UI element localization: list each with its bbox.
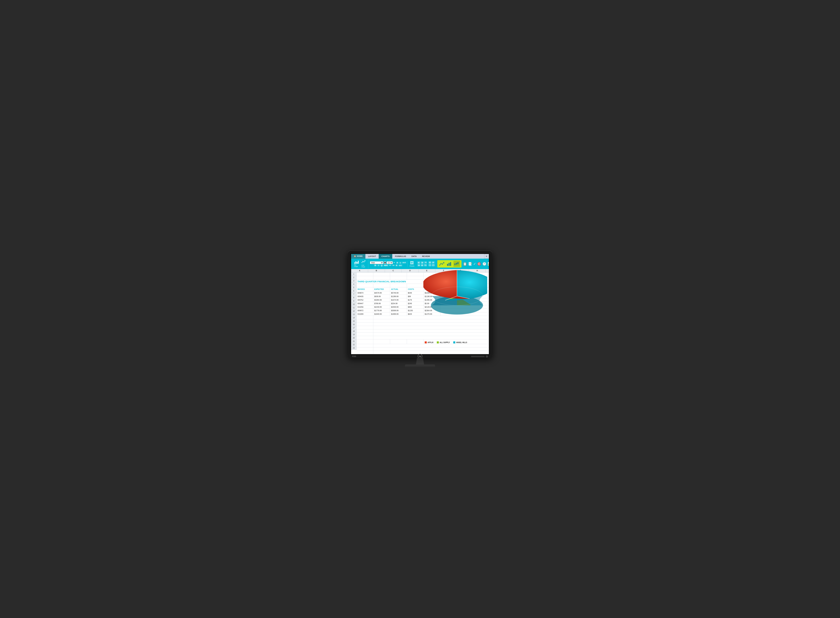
target-icon[interactable]: 🎯 [477,262,481,266]
cell-c1[interactable] [390,273,407,276]
cell-invoice-9[interactable]: 009447 [356,302,373,305]
col-header-a[interactable]: A [351,269,368,272]
wrap-btn-2[interactable] [432,261,435,264]
font-a-small[interactable]: a [399,261,402,264]
indent-btn-1[interactable] [417,264,420,266]
row-num-5[interactable]: 5 [351,286,356,290]
cell-expected-10[interactable]: $2249.99 [373,305,390,309]
cell-a22[interactable] [356,348,373,351]
col-header-d[interactable]: D [402,269,419,272]
cell-d20[interactable] [407,339,424,344]
cell-expected-6[interactable]: $4579.99 [373,291,390,294]
row-num-18[interactable]: 18 [351,330,356,333]
cell-a16[interactable] [356,326,373,329]
table-icon[interactable]: 📊 [487,262,489,266]
font-name-select[interactable]: Arial [370,261,383,264]
cell-a14[interactable] [356,319,373,322]
font-size-select[interactable]: 11 [387,261,393,264]
tab-home[interactable]: 🏠 HOME [351,254,365,258]
cell-costs-9[interactable]: $249 [407,302,424,305]
cell-d1[interactable] [407,273,424,276]
cell-d2[interactable] [407,276,424,279]
clipboard-icon[interactable]: 📋 [463,262,467,266]
cell-a19[interactable] [356,336,373,339]
cell-invoice-6[interactable]: 009874 [356,291,373,294]
bar-type-button[interactable] [446,261,453,267]
cell-a13[interactable] [356,316,373,319]
row-num-9[interactable]: 9 [351,299,356,303]
cell-a15[interactable] [356,322,373,326]
row-num-7[interactable]: 7 [351,293,356,296]
indent-btn-2[interactable] [421,264,424,266]
cell-expected-8[interactable]: $3284.99 [373,298,390,302]
cell-actual-12[interactable]: $1899.99 [390,312,407,316]
col-actual-header[interactable]: ACTUAL [390,287,407,291]
cell-b2[interactable] [373,276,390,279]
cell-expected-12[interactable]: $1849.99 [373,312,390,316]
row-num-3[interactable]: 3 [351,279,356,283]
row-num-17[interactable]: 17 [351,326,356,330]
line-type-button[interactable] [439,261,445,267]
wrap-btn-1[interactable] [428,261,432,264]
cell-costs-8[interactable]: $179 [407,298,424,302]
cell-rest22[interactable] [373,348,489,351]
cell-a21[interactable] [356,344,373,347]
cell-actual-9[interactable]: $254.99 [390,302,407,305]
tab-formulas[interactable]: FORMULAS [392,254,409,258]
row-num-21[interactable]: 21 [351,340,356,343]
row-num-19[interactable]: 19 [351,333,356,336]
cell-actual-7[interactable]: $1289.99 [390,295,407,298]
cell-rest17[interactable] [373,329,489,333]
power-button[interactable]: ⏻ [486,355,488,358]
cell-rest18[interactable] [373,333,489,336]
cell-actual-8[interactable]: $1674.99 [390,298,407,302]
cell-a2[interactable] [356,276,373,279]
cell-expected-7[interactable]: $939.99 [373,295,390,298]
italic-button[interactable]: I [377,264,380,266]
cell-rest16[interactable] [373,326,489,329]
monitor-buttons[interactable] [471,356,484,357]
abc-lower-button[interactable]: abc [399,264,402,266]
cell-c4[interactable] [390,284,407,287]
col-header-b[interactable]: B [368,269,385,272]
superscript-button[interactable]: A² [389,264,392,266]
merge-btn-1[interactable] [428,264,432,266]
cell-expected-11[interactable]: $1779.99 [373,309,390,312]
cell-actual-11[interactable]: $3599.99 [390,309,407,312]
close-button[interactable]: ✕ [484,254,489,258]
row-num-15[interactable]: 15 [351,319,356,323]
font-size-dropdown[interactable]: ▼ [393,261,395,263]
underline-button[interactable]: U [380,264,383,266]
stacked-bar-type-button[interactable] [453,261,460,267]
cell-c20[interactable] [390,339,407,344]
row-num-20[interactable]: 20 [351,336,356,340]
row-num-4[interactable]: 4 [351,283,356,286]
col-invoice-header[interactable]: INVOICE [356,287,373,291]
row-num-22[interactable]: 22 [351,343,356,346]
cell-rest23[interactable] [373,351,489,354]
cell-expected-9[interactable]: $789.99 [373,302,390,305]
cell-rest19[interactable] [373,336,489,339]
font-aa-button[interactable]: Aa▼ [402,261,407,264]
tab-charts[interactable]: CHARTS [379,254,392,258]
cell-actual-6[interactable]: $5749.99 [390,291,407,294]
cell-b20[interactable] [373,339,390,344]
row-num-6[interactable]: 6 [351,290,356,293]
merge-btn-2[interactable] [432,264,435,266]
cell-b4[interactable] [373,284,390,287]
list-icon[interactable]: 📑 [468,262,472,266]
cell-invoice-8[interactable]: 009752 [356,298,373,302]
row-num-13[interactable]: 13 [351,313,356,316]
col-header-c[interactable]: C [385,269,402,272]
cell-a20[interactable] [356,339,373,344]
cell-costs-7[interactable]: $99 [407,295,424,298]
row-num-14[interactable]: 14 [351,316,356,319]
tab-layout[interactable]: LAYOUT [365,254,379,258]
subscript-button[interactable]: A₂ [392,264,395,266]
bar-chart-button[interactable]: Bar Chart [353,260,360,268]
font-color-a-button[interactable]: A [395,264,398,266]
cell-a23[interactable] [356,351,373,354]
cell-rest21[interactable] [373,344,489,347]
col-expected-header[interactable]: EXPECTED [373,287,390,291]
cell-d4[interactable] [407,284,424,287]
